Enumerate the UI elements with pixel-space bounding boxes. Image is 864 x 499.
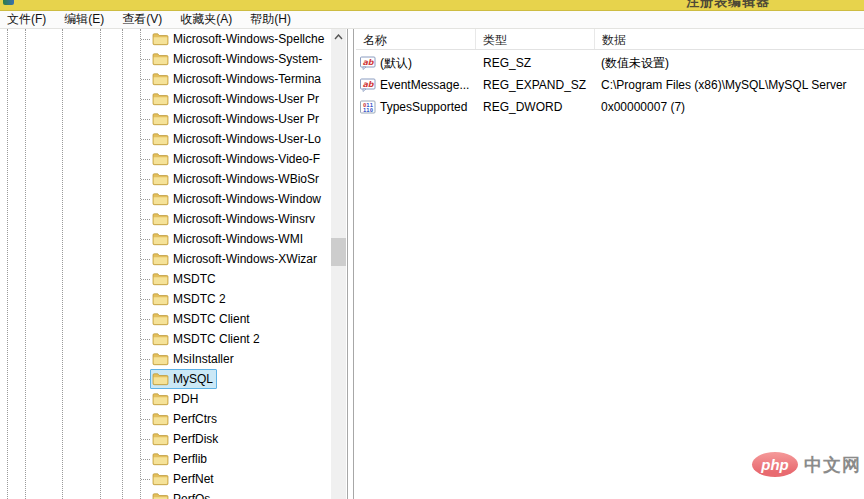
tree-item-label: Microsoft-Windows-Termina: [173, 72, 321, 86]
tree-item-label: MsiInstaller: [173, 352, 234, 366]
value-row-0[interactable]: ab(默认)REG_SZ(数值未设置): [356, 52, 864, 74]
value-name-cell: abEventMessage...: [356, 78, 476, 92]
value-name: TypesSupported: [380, 100, 467, 114]
menu-bar: 文件(F)编辑(E)查看(V)收藏夹(A)帮助(H): [0, 11, 864, 29]
tree-item-label: MSDTC Client: [173, 312, 250, 326]
tree-item-msdtc-client[interactable]: MSDTC Client: [0, 309, 331, 329]
tree-item-microsoft-windows-wmi[interactable]: Microsoft-Windows-WMI: [0, 229, 331, 249]
values-header-row: 名称类型数据: [356, 29, 864, 50]
menu-favorites[interactable]: 收藏夹(A): [176, 10, 236, 29]
tree-scrollbar[interactable]: [331, 29, 346, 499]
tree-item-perfos[interactable]: PerfOs: [0, 489, 331, 499]
tree-item-perfctrs[interactable]: PerfCtrs: [0, 409, 331, 429]
folder-icon: [152, 412, 169, 426]
column-header-type[interactable]: 类型: [476, 29, 595, 49]
value-name-cell: 011110TypesSupported: [356, 100, 476, 114]
folder-icon: [152, 332, 169, 346]
values-rows: ab(默认)REG_SZ(数值未设置)abEventMessage...REG_…: [356, 52, 864, 118]
tree-branch-line: [141, 59, 150, 60]
tree-item-msiinstaller[interactable]: MsiInstaller: [0, 349, 331, 369]
folder-icon: [152, 32, 169, 46]
tree-item-microsoft-windows-system[interactable]: Microsoft-Windows-System-: [0, 49, 331, 69]
php-cn-watermark-label: 中文网: [804, 453, 861, 477]
folder-icon: [152, 232, 169, 246]
folder-icon: [152, 472, 169, 486]
tree-guide-line: [25, 29, 26, 499]
tree-guide-line: [100, 29, 101, 499]
scroll-up-arrow-icon[interactable]: [331, 29, 346, 45]
tree-item-label: MySQL: [173, 372, 213, 386]
tree-branch-line: [141, 419, 150, 420]
tree-branch-line: [141, 299, 150, 300]
column-header-name[interactable]: 名称: [356, 29, 476, 49]
folder-icon: [152, 312, 169, 326]
menu-help[interactable]: 帮助(H): [246, 10, 295, 29]
window-title: 注册表编辑器: [686, 0, 770, 11]
panel-splitter[interactable]: [347, 29, 354, 499]
tree-guide-line: [62, 29, 63, 499]
tree-item-pdh[interactable]: PDH: [0, 389, 331, 409]
tree-item-msdtc-2[interactable]: MSDTC 2: [0, 289, 331, 309]
tree-item-perfnet[interactable]: PerfNet: [0, 469, 331, 489]
tree-item-label: Microsoft-Windows-Video-F: [173, 152, 320, 166]
value-row-typessupported[interactable]: 011110TypesSupportedREG_DWORD0x00000007 …: [356, 96, 864, 118]
tree-item-label: Microsoft-Windows-User Pr: [173, 92, 319, 106]
value-row-eventmessage[interactable]: abEventMessage...REG_EXPAND_SZC:\Program…: [356, 74, 864, 96]
svg-text:110: 110: [363, 107, 373, 113]
tree-item-microsoft-windows-user-pr[interactable]: Microsoft-Windows-User Pr: [0, 109, 331, 129]
tree-item-microsoft-windows-xwizar[interactable]: Microsoft-Windows-XWizar: [0, 249, 331, 269]
menu-view[interactable]: 查看(V): [118, 10, 166, 29]
value-type: REG_SZ: [476, 56, 595, 70]
tree-branch-line: [141, 319, 150, 320]
tree-item-microsoft-windows-spellche[interactable]: Microsoft-Windows-Spellche: [0, 29, 331, 49]
tree-item-microsoft-windows-wbiosr[interactable]: Microsoft-Windows-WBioSr: [0, 169, 331, 189]
column-header-data[interactable]: 数据: [595, 29, 864, 49]
tree-branch-line: [141, 379, 150, 380]
tree-item-msdtc[interactable]: MSDTC: [0, 269, 331, 289]
reg-string-icon: ab: [360, 56, 376, 70]
folder-icon: [152, 392, 169, 406]
tree-item-msdtc-client-2[interactable]: MSDTC Client 2: [0, 329, 331, 349]
php-logo: php: [752, 452, 798, 477]
values-panel: 名称类型数据 ab(默认)REG_SZ(数值未设置)abEventMessage…: [356, 29, 864, 499]
tree-item-label: Microsoft-Windows-System-: [173, 52, 322, 66]
tree-branch-line: [141, 239, 150, 240]
reg-string-icon: ab: [360, 78, 376, 92]
app-icon: [3, 0, 14, 5]
tree-branch-line: [141, 459, 150, 460]
value-type: REG_DWORD: [476, 100, 595, 114]
tree-item-label: Microsoft-Windows-WMI: [173, 232, 303, 246]
tree-branch-line: [141, 259, 150, 260]
tree-item-label: MSDTC Client 2: [173, 332, 260, 346]
folder-icon: [152, 112, 169, 126]
tree-item-microsoft-windows-winsrv[interactable]: Microsoft-Windows-Winsrv: [0, 209, 331, 229]
tree-item-microsoft-windows-user-lo[interactable]: Microsoft-Windows-User-Lo: [0, 129, 331, 149]
folder-icon: [152, 372, 169, 386]
menu-edit[interactable]: 编辑(E): [60, 10, 108, 29]
tree-item-microsoft-windows-window[interactable]: Microsoft-Windows-Window: [0, 189, 331, 209]
tree-item-microsoft-windows-termina[interactable]: Microsoft-Windows-Termina: [0, 69, 331, 89]
tree-item-label: PerfCtrs: [173, 412, 217, 426]
tree-branch-line: [141, 439, 150, 440]
folder-icon: [152, 152, 169, 166]
value-data: C:\Program Files (x86)\MySQL\MySQL Serve…: [595, 78, 864, 92]
tree-item-microsoft-windows-user-pr[interactable]: Microsoft-Windows-User Pr: [0, 89, 331, 109]
tree-item-perflib[interactable]: Perflib: [0, 449, 331, 469]
tree-branch-line: [141, 279, 150, 280]
menu-file[interactable]: 文件(F): [3, 10, 50, 29]
tree-item-mysql[interactable]: MySQL: [0, 369, 331, 389]
tree-item-perfdisk[interactable]: PerfDisk: [0, 429, 331, 449]
value-data: (数值未设置): [595, 55, 864, 72]
folder-icon: [152, 352, 169, 366]
tree-branch-line: [141, 99, 150, 100]
svg-text:ab: ab: [362, 80, 374, 89]
folder-icon: [152, 92, 169, 106]
tree-branch-line: [141, 139, 150, 140]
value-data: 0x00000007 (7): [595, 100, 864, 114]
tree-item-microsoft-windows-video-f[interactable]: Microsoft-Windows-Video-F: [0, 149, 331, 169]
registry-editor-window: 注册表编辑器 文件(F)编辑(E)查看(V)收藏夹(A)帮助(H) Micros…: [0, 0, 864, 499]
tree-item-label: PerfNet: [173, 472, 214, 486]
tree-scrollbar-thumb[interactable]: [331, 238, 346, 266]
tree-branch-line: [141, 359, 150, 360]
tree-item-label: Microsoft-Windows-WBioSr: [173, 172, 319, 186]
